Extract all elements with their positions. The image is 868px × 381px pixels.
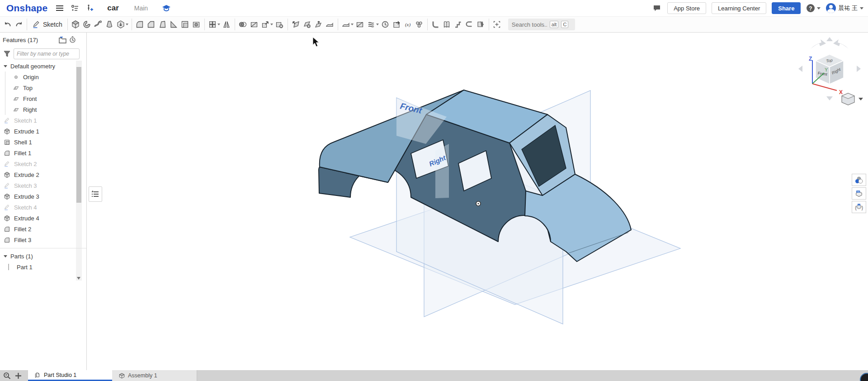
linear-pattern-icon[interactable] — [207, 19, 218, 30]
tree-item-fillet-1[interactable]: Fillet 1 — [0, 148, 86, 158]
finish-feature-icon[interactable] — [475, 19, 486, 30]
tree-item-right-plane[interactable]: Right — [0, 104, 86, 115]
collapse-feature-list-button[interactable] — [89, 186, 102, 202]
pattern-dropdown-caret[interactable] — [217, 24, 220, 25]
curves-dropdown-caret[interactable] — [376, 24, 379, 25]
tab-part-studio-1[interactable]: Part Studio 1 — [28, 370, 112, 381]
chevron-down-icon[interactable] — [4, 255, 7, 257]
loft-surface-icon[interactable] — [366, 19, 377, 30]
appearance-panel-button[interactable] — [852, 174, 866, 186]
tree-item-extrude-3[interactable]: Extrude 3 — [0, 191, 86, 202]
select-custom-feature-icon[interactable] — [491, 19, 503, 30]
search-tools-input[interactable] — [512, 21, 547, 28]
versions-tree-icon[interactable] — [70, 3, 80, 13]
tree-item-fillet-2[interactable]: Fillet 2 — [0, 224, 86, 234]
loft-icon[interactable] — [104, 19, 115, 30]
sketch-button[interactable]: Sketch — [29, 19, 65, 30]
user-menu[interactable]: 晨祐 王 — [826, 3, 863, 13]
modify-fillet-icon[interactable] — [290, 19, 302, 30]
transform-dropdown-caret[interactable] — [270, 24, 273, 25]
tree-item-front-plane[interactable]: Front — [0, 93, 86, 104]
view-options-button[interactable] — [842, 93, 863, 105]
tree-item-extrude-2[interactable]: Extrude 2 — [0, 169, 86, 180]
bend-icon[interactable] — [453, 19, 464, 30]
feedback-bubble[interactable] — [860, 373, 868, 381]
redo-button[interactable] — [13, 19, 24, 30]
tree-item-fillet-3[interactable]: Fillet 3 — [0, 234, 86, 245]
boolean-icon[interactable] — [237, 19, 249, 30]
branch-name[interactable]: Main — [134, 5, 148, 12]
delete-part-icon[interactable] — [274, 19, 285, 30]
chat-bubble-icon[interactable] — [652, 3, 662, 13]
tree-item-sketch-3[interactable]: Sketch 3 — [0, 180, 86, 191]
thicken-icon[interactable] — [115, 19, 127, 30]
revolve-icon[interactable] — [81, 19, 93, 30]
graduation-cap-icon[interactable] — [161, 3, 171, 13]
tree-scroll-down-icon[interactable] — [77, 277, 80, 280]
chevron-down-icon[interactable] — [4, 65, 7, 67]
mirror-icon[interactable] — [221, 19, 232, 30]
tree-item-part-1[interactable]: Part 1 — [0, 262, 86, 272]
share-button[interactable]: Share — [772, 2, 801, 14]
rib-icon[interactable] — [168, 19, 179, 30]
feature-filter-input[interactable] — [14, 48, 80, 59]
undo-button[interactable] — [2, 19, 13, 30]
move-face-icon[interactable] — [313, 19, 324, 30]
chamfer-icon[interactable] — [146, 19, 157, 30]
tree-item-origin[interactable]: Origin — [0, 71, 86, 82]
hole-icon[interactable] — [191, 19, 202, 30]
document-title[interactable]: car — [107, 4, 119, 13]
filter-funnel-icon[interactable] — [2, 49, 12, 59]
helix-icon[interactable] — [380, 19, 391, 30]
insert-new-element-icon[interactable] — [85, 3, 94, 13]
rotate-down-arrow-icon[interactable] — [826, 96, 833, 100]
shell-icon[interactable] — [179, 19, 191, 30]
model-canvas[interactable]: Front Right Top Front Right Z X — [87, 33, 868, 370]
flanged-part-icon[interactable] — [441, 19, 453, 30]
thicken-dropdown-caret[interactable] — [126, 24, 128, 25]
sweep-icon[interactable] — [93, 19, 104, 30]
view-cube[interactable]: Top Front Right Z X Y — [798, 37, 863, 105]
history-clock-icon[interactable] — [67, 35, 77, 45]
variable-icon[interactable] — [402, 19, 414, 30]
delete-face-icon[interactable] — [302, 19, 313, 30]
rotate-left-arrow-icon[interactable] — [811, 39, 826, 49]
search-tools-box[interactable]: alt C — [508, 19, 575, 30]
onshape-logo[interactable]: Onshape — [6, 3, 47, 14]
offset-surface-icon[interactable] — [324, 19, 335, 30]
tree-item-sketch-1[interactable]: Sketch 1 — [0, 115, 86, 126]
fillet-icon[interactable] — [134, 19, 146, 30]
tab-assembly-1[interactable]: Assembly 1 — [112, 370, 197, 381]
section-view-button[interactable] — [852, 187, 866, 200]
app-store-button[interactable]: App Store — [667, 2, 706, 14]
enclose-icon[interactable] — [354, 19, 366, 30]
rotate-right-arrow-icon[interactable] — [833, 39, 849, 49]
add-folder-icon[interactable] — [57, 35, 67, 45]
derived-icon[interactable] — [391, 19, 402, 30]
hem-icon[interactable] — [464, 19, 475, 30]
tree-item-extrude-4[interactable]: Extrude 4 — [0, 213, 86, 224]
custom-tool-icon[interactable] — [414, 19, 425, 30]
split-icon[interactable] — [249, 19, 260, 30]
add-tab-plus-icon[interactable] — [13, 370, 24, 381]
tree-item-top-plane[interactable]: Top — [0, 82, 86, 93]
rotate-right-side-arrow-icon[interactable] — [857, 66, 861, 72]
sheet-metal-model-icon[interactable] — [430, 19, 441, 30]
transform-icon[interactable] — [260, 19, 271, 30]
tree-item-shell-1[interactable]: Shell 1 — [0, 137, 86, 148]
rotate-up-arrow-icon[interactable] — [826, 37, 833, 41]
fill-dropdown-caret[interactable] — [351, 24, 354, 25]
tree-item-sketch-4[interactable]: Sketch 4 — [0, 202, 86, 213]
learning-center-button[interactable]: Learning Center — [712, 2, 766, 14]
help-menu[interactable]: ? — [806, 4, 821, 13]
tree-item-default-geometry[interactable]: Default geometry — [0, 61, 86, 71]
fill-icon[interactable] — [340, 19, 352, 30]
rotate-left-side-arrow-icon[interactable] — [798, 66, 802, 72]
hamburger-menu-icon[interactable] — [55, 3, 65, 13]
tree-scrollbar-thumb[interactable] — [76, 67, 81, 203]
tab-manager-search-icon[interactable] — [2, 370, 13, 381]
tree-item-sketch-2[interactable]: Sketch 2 — [0, 158, 86, 169]
parts-header[interactable]: Parts (1) — [0, 251, 86, 262]
exploded-view-button[interactable]: {} — [852, 201, 866, 213]
origin-marker[interactable] — [476, 201, 481, 206]
